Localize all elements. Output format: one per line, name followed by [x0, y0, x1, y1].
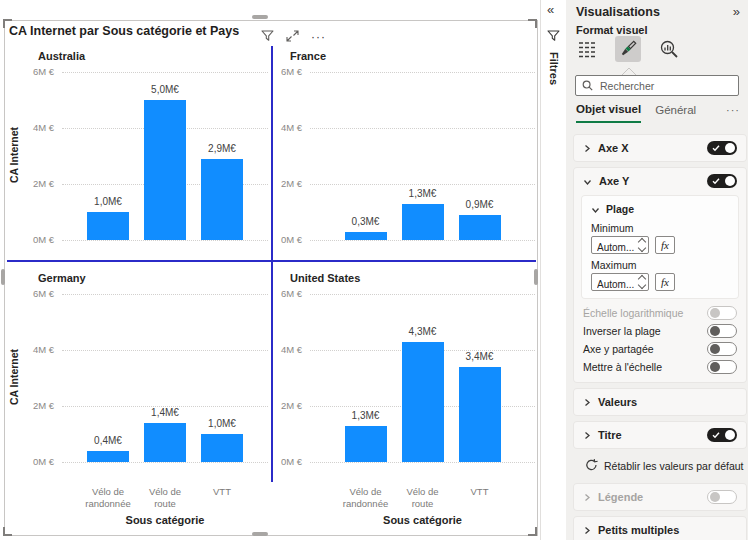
filters-pane-collapsed: « Filtres — [540, 0, 567, 540]
bar[interactable] — [87, 451, 129, 462]
bar[interactable] — [402, 342, 444, 462]
format-search — [575, 75, 739, 96]
tab-objet-visuel[interactable]: Objet visuel — [576, 103, 641, 123]
y-axis-tick-label: 2M € — [280, 400, 302, 411]
bar[interactable] — [459, 367, 501, 462]
section-plage[interactable]: Plage — [591, 201, 729, 217]
card-axe-x: Axe X — [573, 134, 747, 162]
bar[interactable] — [144, 423, 186, 462]
filters-funnel-icon[interactable] — [547, 28, 560, 46]
resize-handle-bottom-right[interactable] — [528, 527, 537, 536]
bar-data-label: 4,3M€ — [393, 326, 453, 337]
drag-handle-bottom[interactable] — [252, 532, 268, 536]
drag-handle-top[interactable] — [252, 15, 268, 19]
bar[interactable] — [402, 204, 444, 240]
minimum-fx-button[interactable]: fx — [655, 236, 675, 254]
expand-filters-icon[interactable]: « — [547, 2, 554, 17]
section-axe-y[interactable]: Axe Y — [573, 167, 747, 195]
y-axis-tick-label: 4M € — [280, 344, 302, 355]
maximum-field — [591, 273, 649, 291]
titre-toggle[interactable] — [707, 428, 737, 442]
tabs-more-icon[interactable]: ··· — [726, 104, 740, 122]
y-axis-title: CA Internet — [8, 95, 20, 215]
maximum-input[interactable] — [592, 277, 637, 293]
y-axis-tick-label: 6M € — [280, 288, 302, 299]
chevron-right-icon — [583, 488, 591, 506]
section-petits-multiples[interactable]: Petits multiples — [573, 516, 747, 540]
collapse-pane-icon[interactable]: » — [733, 4, 740, 19]
row-mettre-a-l-echelle: Mettre à l'échelle — [573, 359, 747, 375]
y-axis-tick-label: 0M € — [8, 234, 54, 245]
gridline — [62, 240, 268, 241]
chevron-down-icon — [591, 200, 600, 218]
build-visual-icon[interactable] — [574, 36, 600, 62]
x-axis-category-label: VTT — [185, 486, 259, 498]
bar-data-label: 2,9M€ — [192, 143, 252, 154]
section-legende[interactable]: Légende — [573, 483, 747, 511]
card-axe-y: Axe Y Plage Minimum fx — [573, 167, 747, 383]
legende-toggle — [707, 490, 737, 504]
filter-icon[interactable] — [261, 28, 274, 46]
panel-title: Australia — [38, 50, 85, 62]
x-axis-title: Sous catégorie — [363, 514, 483, 526]
analytics-icon[interactable] — [656, 36, 682, 62]
format-visual-icon[interactable] — [615, 36, 641, 62]
x-axis-category-label: VTT — [443, 486, 517, 498]
panel-title: United States — [290, 272, 360, 284]
gridline — [310, 462, 535, 463]
inverser-la-plage-toggle[interactable] — [707, 324, 737, 338]
row-axe-y-partagee: Axe y partagée — [573, 341, 747, 357]
app-root: CA Internet par Sous catégorie et Pays ·… — [0, 0, 748, 540]
drag-handle-right[interactable] — [534, 269, 538, 285]
small-multiple-divider-horizontal — [7, 260, 536, 262]
more-options-icon[interactable]: ··· — [311, 32, 326, 42]
axe-y-partagee-toggle[interactable] — [707, 342, 737, 356]
bar-data-label: 5,0M€ — [135, 84, 195, 95]
card-petits-multiples: Petits multiples — [573, 516, 747, 540]
section-valeurs[interactable]: Valeurs — [573, 388, 747, 416]
bar[interactable] — [201, 434, 243, 462]
spinner-icon[interactable] — [639, 276, 645, 288]
row-echelle-logarithmique: Échelle logarithmique — [573, 305, 747, 321]
card-legende: Légende — [573, 483, 747, 511]
resize-handle-top-right[interactable] — [528, 19, 537, 28]
bar[interactable] — [144, 100, 186, 240]
reset-defaults-button[interactable]: Rétablir les valeurs par défaut — [573, 454, 747, 478]
minimum-input[interactable] — [592, 240, 637, 256]
maximum-fx-button[interactable]: fx — [655, 273, 675, 291]
bar-data-label: 1,3M€ — [393, 188, 453, 199]
bar[interactable] — [459, 215, 501, 240]
bar[interactable] — [345, 426, 387, 462]
y-axis-title: CA Internet — [8, 317, 20, 437]
tab-general[interactable]: Général — [655, 104, 696, 122]
gridline — [310, 240, 535, 241]
card-titre: Titre — [573, 421, 747, 449]
search-input[interactable] — [598, 79, 737, 93]
maximum-label: Maximum — [591, 259, 729, 271]
focus-mode-icon[interactable] — [286, 28, 299, 46]
bar-data-label: 0,9M€ — [450, 199, 510, 210]
minimum-label: Minimum — [591, 222, 729, 234]
axe-x-toggle[interactable] — [707, 141, 737, 155]
panel-title: Germany — [38, 272, 86, 284]
y-axis-tick-label: 6M € — [8, 66, 54, 77]
bar[interactable] — [201, 159, 243, 240]
report-canvas[interactable]: CA Internet par Sous catégorie et Pays ·… — [0, 0, 540, 540]
y-axis-tick-label: 0M € — [280, 456, 302, 467]
drag-handle-left[interactable] — [1, 269, 5, 285]
bar-data-label: 1,3M€ — [336, 410, 396, 421]
chevron-right-icon — [583, 521, 591, 539]
resize-handle-bottom-left[interactable] — [3, 527, 12, 536]
mettre-a-l-echelle-toggle[interactable] — [707, 360, 737, 374]
y-axis-tick-label: 6M € — [280, 66, 302, 77]
section-axe-x[interactable]: Axe X — [573, 134, 747, 162]
format-visual-label: Format visuel — [576, 24, 648, 36]
minimum-field — [591, 236, 649, 254]
axe-y-toggle[interactable] — [707, 174, 737, 188]
bar[interactable] — [345, 232, 387, 240]
spinner-icon[interactable] — [639, 239, 645, 251]
gridline — [62, 350, 268, 351]
bar[interactable] — [87, 212, 129, 240]
filters-pane-title: Filtres — [548, 52, 560, 85]
section-titre[interactable]: Titre — [573, 421, 747, 449]
